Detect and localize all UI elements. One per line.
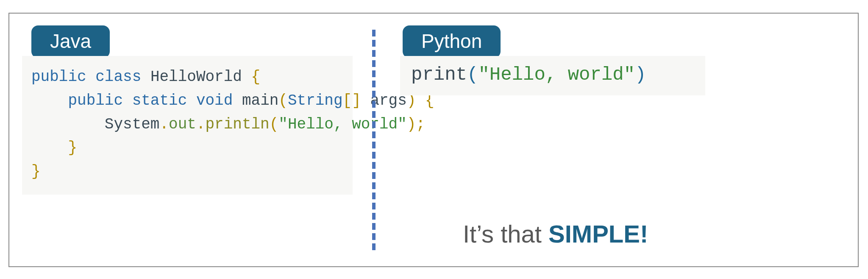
python-column: Python print("Hello, world") It’s that S… xyxy=(363,14,858,266)
open-brace-icon: { xyxy=(251,68,261,86)
func-print: print xyxy=(411,64,467,85)
close-brace-icon: } xyxy=(31,163,41,180)
field-out: out xyxy=(169,116,196,133)
tagline-emphasis: SIMPLE xyxy=(548,220,640,248)
rparen-icon: ) xyxy=(635,64,646,85)
comparison-panel: Java public class HelloWorld { public st… xyxy=(8,13,859,267)
dot-icon: . xyxy=(196,116,206,133)
dot-icon: . xyxy=(159,116,169,133)
close-brace-icon: } xyxy=(68,139,77,156)
columns: Java public class HelloWorld { public st… xyxy=(9,14,858,266)
brackets-icon: [] xyxy=(343,92,361,109)
java-code-box: public class HelloWorld { public static … xyxy=(22,56,353,195)
lparen-icon: ( xyxy=(278,92,288,109)
kw-public: public xyxy=(68,92,123,109)
method-name: main xyxy=(242,92,278,109)
method-println: println xyxy=(205,116,269,133)
kw-class: class xyxy=(95,68,141,86)
class-system: System xyxy=(105,116,160,133)
python-label: Python xyxy=(403,25,501,58)
python-code-box: print("Hello, world") xyxy=(400,56,705,95)
string-literal: "Hello, world" xyxy=(478,64,635,85)
tagline-prefix: It’s that xyxy=(463,220,548,248)
type-string: String xyxy=(288,92,343,109)
kw-static: static xyxy=(132,92,187,109)
tagline: It’s that SIMPLE! xyxy=(463,220,648,248)
class-name: HelloWorld xyxy=(150,68,242,86)
java-column: Java public class HelloWorld { public st… xyxy=(9,14,363,266)
java-label: Java xyxy=(31,25,110,58)
kw-public: public xyxy=(31,68,86,86)
lparen-icon: ( xyxy=(270,116,279,133)
kw-void: void xyxy=(196,92,233,109)
lparen-icon: ( xyxy=(467,64,478,85)
tagline-exclaim-icon: ! xyxy=(640,220,648,248)
